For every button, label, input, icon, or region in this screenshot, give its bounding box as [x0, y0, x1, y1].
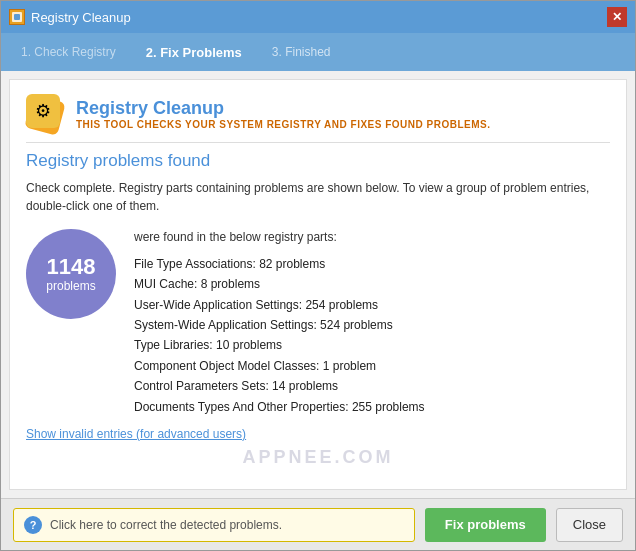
- description-text: Check complete. Registry parts containin…: [26, 179, 610, 215]
- main-window: Registry Cleanup ✕ 1. Check Registry 2. …: [0, 0, 636, 551]
- svg-rect-1: [14, 14, 20, 20]
- section-title: Registry problems found: [26, 151, 610, 171]
- list-item: Documents Types And Other Properties: 25…: [134, 397, 610, 417]
- header-text: Registry Cleanup THIS TOOL CHECKS YOUR S…: [76, 98, 491, 130]
- title-bar-left: Registry Cleanup: [9, 9, 131, 25]
- problems-intro: were found in the below registry parts:: [134, 229, 610, 246]
- window-title: Registry Cleanup: [31, 10, 131, 25]
- list-item: System-Wide Application Settings: 524 pr…: [134, 315, 610, 335]
- problems-label: problems: [46, 279, 95, 293]
- close-button[interactable]: ✕: [607, 7, 627, 27]
- hint-box[interactable]: ? Click here to correct the detected pro…: [13, 508, 415, 542]
- fix-problems-button[interactable]: Fix problems: [425, 508, 546, 542]
- step-fix[interactable]: 2. Fix Problems: [146, 45, 242, 60]
- list-item: Component Object Model Classes: 1 proble…: [134, 356, 610, 376]
- title-bar: Registry Cleanup ✕: [1, 1, 635, 33]
- problems-list: were found in the below registry parts: …: [134, 229, 610, 417]
- app-subtitle: THIS TOOL CHECKS YOUR SYSTEM REGISTRY AN…: [76, 119, 491, 130]
- step-check[interactable]: 1. Check Registry: [21, 45, 116, 59]
- app-titlebar-icon: [9, 9, 25, 25]
- watermark: APPNEE.COM: [26, 447, 610, 468]
- steps-bar: 1. Check Registry 2. Fix Problems 3. Fin…: [1, 33, 635, 71]
- problems-section: 1148 problems were found in the below re…: [26, 229, 610, 417]
- list-item: File Type Associations: 82 problems: [134, 254, 610, 274]
- hint-text: Click here to correct the detected probl…: [50, 518, 282, 532]
- problems-count: 1148: [47, 255, 96, 279]
- app-header: ⚙ Registry Cleanup THIS TOOL CHECKS YOUR…: [26, 94, 610, 134]
- hint-icon: ?: [24, 516, 42, 534]
- app-name: Registry Cleanup: [76, 98, 491, 119]
- problem-items: File Type Associations: 82 problemsMUI C…: [134, 254, 610, 417]
- app-icon: ⚙: [26, 94, 66, 134]
- advanced-link[interactable]: Show invalid entries (for advanced users…: [26, 427, 246, 441]
- list-item: Type Libraries: 10 problems: [134, 335, 610, 355]
- title-bar-controls: ✕: [607, 7, 627, 27]
- list-item: Control Parameters Sets: 14 problems: [134, 376, 610, 396]
- list-item: MUI Cache: 8 problems: [134, 274, 610, 294]
- close-window-button[interactable]: Close: [556, 508, 623, 542]
- content-area: ⚙ Registry Cleanup THIS TOOL CHECKS YOUR…: [9, 79, 627, 490]
- list-item: User-Wide Application Settings: 254 prob…: [134, 295, 610, 315]
- step-finished[interactable]: 3. Finished: [272, 45, 331, 59]
- problems-circle: 1148 problems: [26, 229, 116, 319]
- divider-1: [26, 142, 610, 143]
- footer: ? Click here to correct the detected pro…: [1, 498, 635, 550]
